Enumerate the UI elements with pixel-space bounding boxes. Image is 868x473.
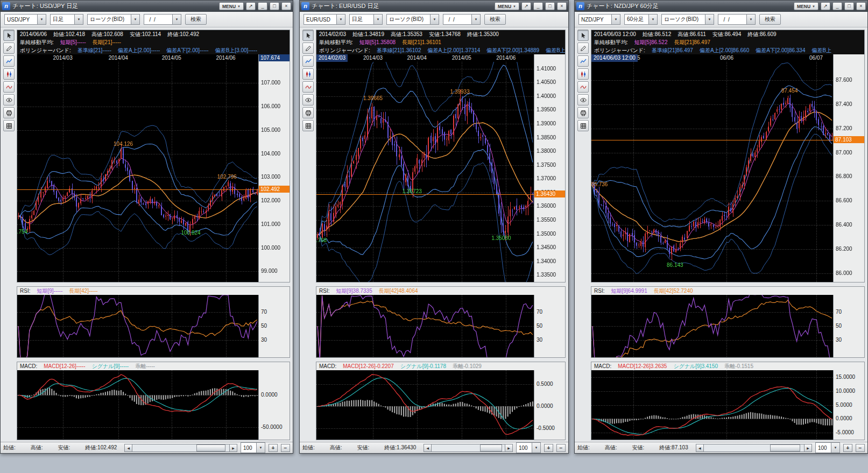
minimize-button[interactable]: _ — [533, 2, 543, 10]
scrollbar-track[interactable] — [132, 444, 229, 452]
zoom-out-button[interactable]: − — [556, 444, 566, 452]
macd-chart[interactable] — [316, 370, 534, 440]
scroll-left-button[interactable]: ◀ — [696, 444, 704, 452]
main-chart[interactable]: 87.45486.14386.736 — [591, 62, 833, 282]
menu-button[interactable]: MENU▼ — [495, 2, 519, 10]
indicator-icon[interactable] — [302, 81, 314, 93]
indicator-icon[interactable] — [577, 81, 589, 93]
zoom-out-button[interactable]: − — [856, 444, 865, 452]
popout-button[interactable]: ↗ — [246, 2, 256, 10]
titlebar[interactable]: n チャート: USD/JPY 日足 MENU▼ ↗ _ □ × — [1, 1, 293, 12]
popout-button[interactable]: ↗ — [821, 2, 830, 10]
scroll-left-button[interactable]: ◀ — [424, 444, 432, 452]
date-input[interactable]: / /▼ — [144, 14, 181, 25]
candlestick-icon[interactable] — [3, 68, 15, 80]
close-button[interactable]: × — [557, 2, 567, 10]
main-chart[interactable]: 1.396651.399331.367231.35030.768 — [316, 62, 534, 282]
candlestick-icon[interactable] — [577, 68, 589, 80]
chevron-down-icon: ▼ — [37, 15, 46, 24]
timeframe-select[interactable]: 日足▼ — [349, 14, 383, 25]
titlebar[interactable]: n チャート: EUR/USD 日足 MENU▼ ↗ _ □ × — [300, 1, 568, 12]
scrollbar-track[interactable] — [432, 444, 505, 452]
eye-icon[interactable] — [577, 94, 589, 105]
eye-icon[interactable] — [302, 94, 314, 105]
bar-count-select[interactable]: 100▼ — [516, 442, 541, 453]
line-chart-icon[interactable] — [302, 55, 314, 67]
cursor-icon[interactable] — [3, 30, 15, 41]
scrollbar-track[interactable] — [704, 444, 804, 452]
search-button[interactable]: 検索 — [484, 14, 506, 25]
bar-count-select[interactable]: 100▼ — [241, 442, 265, 453]
eye-icon[interactable] — [3, 94, 15, 105]
price-axis[interactable]: 107.000106.000105.000104.000103.000102.0… — [258, 54, 290, 282]
zoom-in-button[interactable]: + — [269, 444, 278, 452]
minimize-button[interactable]: _ — [258, 2, 267, 10]
rsi-chart[interactable] — [316, 295, 534, 357]
chart-type-select[interactable]: ローソク(BID)▼ — [661, 14, 714, 25]
bar-count-select[interactable]: 100▼ — [815, 442, 840, 453]
pencil-icon[interactable] — [577, 43, 589, 54]
rsi-chart[interactable] — [17, 295, 258, 357]
search-button[interactable]: 検索 — [185, 14, 207, 25]
rsi-chart[interactable] — [591, 295, 833, 357]
maximize-button[interactable]: □ — [270, 2, 279, 10]
line-chart-icon[interactable] — [577, 55, 589, 67]
main-chart[interactable]: 104.126102.796100.824.754 — [17, 62, 258, 282]
price-axis[interactable]: 87.60087.40087.20087.00086.80086.60086.4… — [833, 54, 864, 282]
grid-icon[interactable] — [302, 120, 314, 131]
maximize-button[interactable]: □ — [844, 2, 854, 10]
scroll-right-button[interactable]: ▶ — [505, 444, 513, 452]
search-button[interactable]: 検索 — [759, 14, 781, 25]
minimize-button[interactable]: _ — [832, 2, 842, 10]
macd-chart[interactable] — [591, 370, 833, 440]
chart-type-select[interactable]: ローソク(BID)▼ — [87, 14, 140, 25]
pair-select[interactable]: EUR/USD▼ — [304, 14, 345, 25]
scrollbar-thumb[interactable] — [480, 444, 502, 451]
close-button[interactable]: × — [856, 2, 866, 10]
printer-icon[interactable] — [577, 107, 589, 118]
price-axis[interactable]: 1.410001.405001.400001.395001.390001.385… — [534, 54, 565, 282]
maximize-button[interactable]: □ — [545, 2, 555, 10]
pair-value: NZD/JPY — [579, 17, 611, 23]
pair-select[interactable]: NZD/JPY▼ — [578, 14, 620, 25]
timeframe-select[interactable]: 日足▼ — [50, 14, 83, 25]
chart-scrollbar[interactable]: ◀ ▶ — [696, 444, 812, 452]
pencil-icon[interactable] — [302, 43, 314, 54]
pair-select[interactable]: USD/JPY▼ — [4, 14, 46, 25]
pencil-icon[interactable] — [3, 43, 15, 54]
titlebar[interactable]: n チャート: NZD/JPY 60分足 MENU▼ ↗ _ □ × — [575, 1, 867, 12]
zoom-in-button[interactable]: + — [843, 444, 852, 452]
rsi-tick-label: 50 — [836, 323, 842, 329]
scroll-right-button[interactable]: ▶ — [229, 444, 237, 452]
line-chart-icon[interactable] — [3, 55, 15, 67]
printer-icon[interactable] — [3, 107, 15, 118]
rsi-tick-label: 30 — [537, 337, 542, 343]
zoom-out-button[interactable]: − — [281, 444, 290, 452]
scroll-right-button[interactable]: ▶ — [804, 444, 812, 452]
printer-icon[interactable] — [302, 107, 314, 118]
macd-chart[interactable] — [17, 370, 258, 440]
chart-scrollbar[interactable]: ◀ ▶ — [424, 444, 513, 452]
bar-count-value: 100 — [241, 445, 256, 451]
cursor-icon[interactable] — [302, 30, 314, 41]
zoom-in-button[interactable]: + — [544, 444, 553, 452]
scroll-left-button[interactable]: ◀ — [124, 444, 132, 452]
indicator-icon[interactable] — [3, 81, 15, 93]
chart-type-select[interactable]: ローソク(BID)▼ — [386, 14, 439, 25]
close-button[interactable]: × — [281, 2, 291, 10]
menu-button[interactable]: MENU▼ — [794, 2, 818, 10]
price-tick-label: 101.000 — [261, 222, 280, 227]
menu-button[interactable]: MENU▼ — [219, 2, 244, 10]
candlestick-icon[interactable] — [302, 68, 314, 80]
cursor-icon[interactable] — [577, 30, 589, 41]
grid-icon[interactable] — [3, 120, 15, 131]
scrollbar-thumb[interactable] — [770, 444, 800, 451]
chart-scrollbar[interactable]: ◀ ▶ — [124, 444, 237, 452]
popout-button[interactable]: ↗ — [521, 2, 531, 10]
date-input[interactable]: / /▼ — [718, 14, 756, 25]
pair-value: USD/JPY — [5, 17, 37, 23]
scrollbar-thumb[interactable] — [196, 444, 225, 451]
timeframe-select[interactable]: 60分足▼ — [624, 14, 658, 25]
date-input[interactable]: / /▼ — [443, 14, 481, 25]
grid-icon[interactable] — [577, 120, 589, 131]
